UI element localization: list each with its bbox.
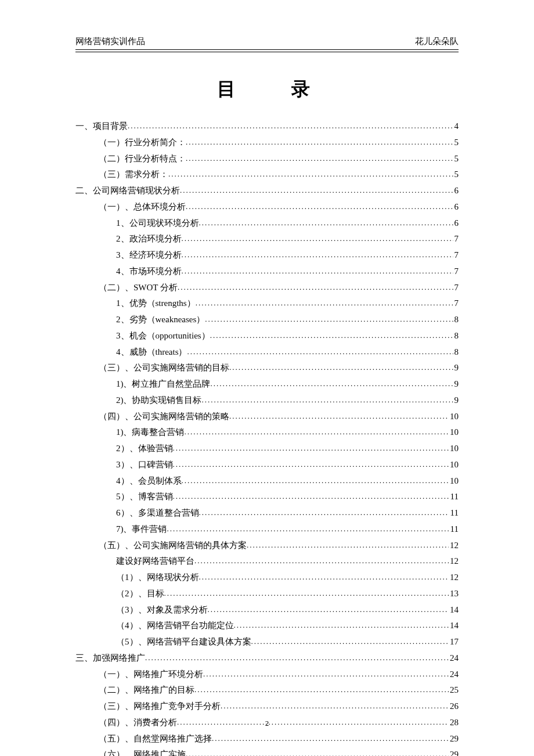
toc-leader-dots (208, 603, 449, 617)
toc-entry-page: 8 (453, 328, 459, 344)
toc-entry: （5）、网络营销平台建设具体方案17 (75, 634, 459, 650)
toc-leader-dots (167, 522, 449, 536)
toc-entry-page: 8 (453, 344, 459, 361)
toc-entry-label: （3）、对象及需求分析 (116, 602, 208, 618)
toc-leader-dots (178, 280, 453, 294)
toc-entry: （四）、公司实施网络营销的策略10 (75, 409, 459, 425)
toc-entry: 3、经济环境分析7 (75, 247, 459, 264)
toc-entry: 3、机会（opportunities）8 (75, 328, 459, 344)
toc-entry-page: 7 (453, 264, 459, 280)
toc-entry-label: （2）、目标 (116, 586, 164, 602)
toc-entry: 7)、事件营销11 (75, 521, 459, 538)
toc-entry-label: （一）、总体环境分析 (99, 199, 186, 215)
toc-entry: （一）、网络推广环境分析24 (75, 667, 459, 683)
toc-leader-dots (128, 119, 453, 133)
toc-leader-dots (210, 329, 453, 343)
toc-entry-page: 26 (449, 699, 459, 715)
toc-entry-page: 12 (449, 553, 459, 570)
toc-entry-page: 10 (449, 457, 459, 473)
toc-entry-page: 6 (453, 183, 459, 199)
toc-entry-label: 3、机会（opportunities） (116, 328, 210, 344)
toc-entry-page: 14 (449, 602, 459, 618)
toc-entry-page: 10 (449, 441, 459, 457)
toc-entry-label: 4、威胁（threats） (116, 344, 187, 361)
toc-entry-label: 3）、口碑营销 (116, 457, 173, 473)
toc-leader-dots (203, 667, 449, 681)
toc-entry-label: （三）、公司实施网络营销的目标 (99, 360, 229, 376)
toc-entry: 2）、体验营销10 (75, 441, 459, 457)
toc-entry-label: （四）、公司实施网络营销的策略 (99, 409, 229, 425)
toc-entry: 2、政治环境分析7 (75, 231, 459, 247)
toc-entry-label: （二）、网络推广的目标 (99, 682, 194, 699)
toc-entry-page: 5 (453, 167, 459, 183)
toc-entry-label: 二、公司网络营销现状分析 (75, 183, 180, 199)
toc-leader-dots (185, 425, 449, 439)
toc-entry-page: 7 (453, 231, 459, 247)
toc-leader-dots (186, 152, 453, 165)
toc-entry: （五）、自然堂网络推广选择29 (75, 731, 459, 747)
toc-leader-dots (199, 570, 449, 584)
toc-entry-label: 建设好网络营销平台 (116, 553, 194, 570)
toc-entry-page: 24 (449, 667, 459, 683)
toc-entry-page: 9 (453, 360, 459, 376)
toc-entry-label: 4、市场环境分析 (116, 264, 182, 280)
toc-entry-page: 10 (449, 409, 459, 425)
toc-entry-label: （三）需求分析： (99, 167, 168, 183)
toc-leader-dots (247, 538, 449, 552)
toc-entry: （2）、目标13 (75, 586, 459, 602)
toc-entry: 1、优势（strengths）7 (75, 296, 459, 312)
toc-entry-label: （一）、网络推广环境分析 (99, 667, 203, 683)
toc-entry-page: 29 (449, 747, 459, 756)
toc-entry: （1）、网络现状分析12 (75, 570, 459, 586)
toc-entry-page: 4 (453, 118, 459, 135)
toc-entry: 5）、博客营销11 (75, 489, 459, 505)
toc-entry-label: （二）行业分析特点： (99, 151, 186, 167)
toc-leader-dots (202, 393, 453, 407)
toc-entry-label: （5）、网络营销平台建设具体方案 (116, 634, 251, 650)
toc-entry: （一）行业分析简介：5 (75, 135, 459, 151)
toc-entry-page: 24 (449, 650, 459, 667)
toc-leader-dots (145, 651, 449, 665)
toc-entry-page: 17 (449, 634, 459, 650)
toc-entry-label: 1、公司现状环境分析 (116, 215, 199, 232)
toc-leader-dots (182, 474, 449, 488)
toc-leader-dots (186, 135, 453, 149)
toc-entry-label: 7)、事件营销 (116, 521, 167, 538)
toc-entry: 4、威胁（threats）8 (75, 344, 459, 361)
toc-entry-page: 11 (449, 521, 459, 538)
toc-title: 目 录 (75, 77, 459, 102)
toc-leader-dots (187, 345, 453, 359)
toc-leader-dots (182, 264, 453, 278)
toc-leader-dots (182, 248, 453, 262)
toc-leader-dots (221, 699, 449, 713)
toc-entry-page: 9 (453, 393, 459, 409)
toc-entry-label: 1)、树立推广自然堂品牌 (116, 376, 211, 393)
toc-entry-label: （二）、SWOT 分析 (99, 280, 178, 296)
toc-leader-dots (182, 232, 453, 246)
toc-entry: （3）、对象及需求分析14 (75, 602, 459, 618)
toc-entry-page: 25 (449, 682, 459, 699)
toc-entry-label: （六）、网络推广实施 (99, 747, 186, 756)
toc-leader-dots (211, 377, 453, 391)
toc-entry-label: 2、政治环境分析 (116, 231, 182, 247)
toc-entry-page: 9 (453, 376, 459, 393)
toc-entry-label: 1)、病毒整合营销 (116, 424, 185, 441)
toc-entry-page: 10 (449, 473, 459, 489)
toc-entry: 1)、树立推广自然堂品牌9 (75, 376, 459, 393)
toc-entry-page: 6 (453, 199, 459, 215)
toc-leader-dots (251, 635, 449, 649)
header-left-text: 网络营销实训作品 (75, 36, 145, 47)
toc-entry: （三）需求分析：5 (75, 167, 459, 183)
toc-entry-page: 29 (449, 731, 459, 747)
toc-entry: 6）、多渠道整合营销11 (75, 505, 459, 521)
header-underline (75, 52, 459, 52)
toc-entry-page: 6 (453, 215, 459, 232)
toc-entry-page: 7 (453, 296, 459, 312)
page-header: 网络营销实训作品 花儿朵朵队 (75, 36, 459, 50)
toc-leader-dots (186, 747, 449, 756)
toc-entry-label: （4）、网络营销平台功能定位 (116, 618, 234, 634)
toc-leader-dots (234, 618, 449, 632)
toc-entry: 二、公司网络营销现状分析6 (75, 183, 459, 199)
toc-entry-page: 12 (449, 570, 459, 586)
toc-leader-dots (196, 296, 453, 310)
